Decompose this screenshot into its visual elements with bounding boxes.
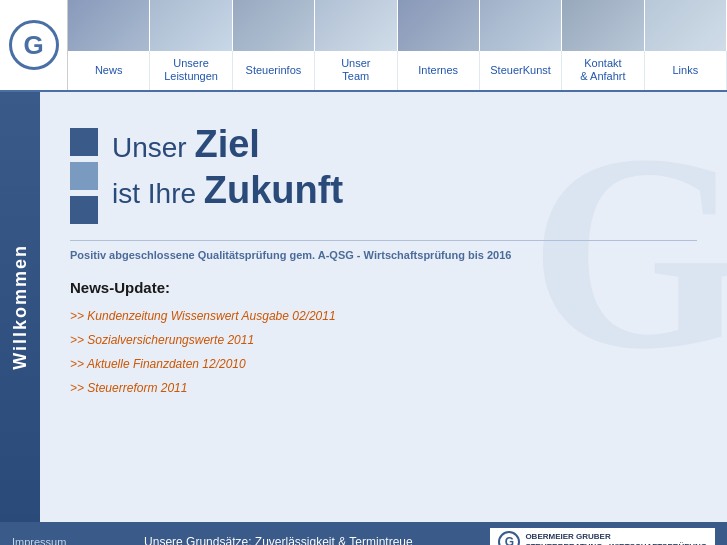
main-wrapper: Willkommen G Unser Ziel ist Ihre Zukunft	[0, 92, 727, 522]
header: G News Unsere Leistungen Steuerinfos Uns…	[0, 0, 727, 92]
nav-item-leistungen[interactable]: Unsere Leistungen	[150, 51, 232, 90]
hero-line1: Unser Ziel	[112, 122, 343, 168]
footer: Impressum Unsere Grundsätze: Zuverlässig…	[0, 522, 727, 545]
list-item: >> Kundenzeitung Wissenswert Ausgabe 02/…	[70, 306, 697, 324]
nav-item-links[interactable]: Links	[645, 51, 727, 90]
nav-img-1	[68, 0, 150, 51]
news-link-1[interactable]: >> Kundenzeitung Wissenswert Ausgabe 02/…	[70, 309, 336, 323]
nav-item-internes[interactable]: Internes	[398, 51, 480, 90]
navigation: News Unsere Leistungen Steuerinfos Unser…	[68, 0, 727, 90]
news-list: >> Kundenzeitung Wissenswert Ausgabe 02/…	[70, 306, 697, 396]
hero-line1-bold: Ziel	[194, 123, 259, 165]
nav-img-7	[562, 0, 644, 51]
nav-img-2	[150, 0, 232, 51]
news-link-2[interactable]: >> Sozialversicherungswerte 2011	[70, 333, 254, 347]
nav-item-kontakt[interactable]: Kontakt & Anfahrt	[562, 51, 644, 90]
list-item: >> Steuerreform 2011	[70, 378, 697, 396]
nav-item-news[interactable]: News	[68, 51, 150, 90]
footer-logo-line1: OBERMEIER GRUBER	[525, 532, 707, 542]
hero-text: Unser Ziel ist Ihre Zukunft	[112, 122, 343, 213]
hero-squares	[70, 122, 98, 224]
nav-img-8	[645, 0, 727, 51]
news-link-3[interactable]: >> Aktuelle Finanzdaten 12/2010	[70, 357, 246, 371]
left-sidebar: Willkommen	[0, 92, 40, 522]
grundsaetze-value: Zuverlässigkeit & Termintreue	[255, 535, 413, 545]
nav-img-6	[480, 0, 562, 51]
footer-logo-letter: G	[505, 535, 514, 545]
footer-logo: G OBERMEIER GRUBER Steuerberatung · Wirt…	[490, 528, 715, 545]
logo-letter: G	[23, 30, 43, 61]
quality-line: Positiv abgeschlossene Qualitätsprüfung …	[70, 240, 697, 261]
grundsaetze-label: Unsere Grundsätze:	[144, 535, 251, 545]
nav-images	[68, 0, 727, 51]
hero-line2-prefix: ist Ihre	[112, 178, 204, 209]
nav-links: News Unsere Leistungen Steuerinfos Unser…	[68, 51, 727, 90]
main-content: G Unser Ziel ist Ihre Zukunft	[40, 92, 727, 522]
logo-circle: G	[9, 20, 59, 70]
nav-img-3	[233, 0, 315, 51]
footer-logo-box: G OBERMEIER GRUBER Steuerberatung · Wirt…	[490, 528, 715, 545]
footer-logo-text: OBERMEIER GRUBER Steuerberatung · Wirtsc…	[525, 532, 707, 545]
nav-item-steuerkunst[interactable]: SteuerKunst	[480, 51, 562, 90]
hero-section: Unser Ziel ist Ihre Zukunft	[70, 112, 697, 224]
logo-area: G	[0, 0, 68, 90]
list-item: >> Sozialversicherungswerte 2011	[70, 330, 697, 348]
nav-img-5	[398, 0, 480, 51]
content-inner: Unser Ziel ist Ihre Zukunft Positiv abge…	[70, 112, 697, 396]
hero-sq-bot	[70, 196, 98, 224]
hero-sq-top	[70, 128, 98, 156]
footer-logo-circle: G	[498, 531, 520, 545]
nav-item-steuerinfos[interactable]: Steuerinfos	[233, 51, 315, 90]
footer-grundsaetze: Unsere Grundsätze: Zuverlässigkeit & Ter…	[66, 535, 490, 545]
hero-line1-prefix: Unser	[112, 132, 194, 163]
sidebar-label: Willkommen	[10, 244, 31, 370]
hero-line2-bold: Zukunft	[204, 169, 343, 211]
nav-item-team[interactable]: Unser Team	[315, 51, 397, 90]
hero-line2: ist Ihre Zukunft	[112, 168, 343, 214]
hero-sq-mid	[70, 162, 98, 190]
news-heading: News-Update:	[70, 279, 697, 296]
news-link-4[interactable]: >> Steuerreform 2011	[70, 381, 187, 395]
list-item: >> Aktuelle Finanzdaten 12/2010	[70, 354, 697, 372]
impressum-link[interactable]: Impressum	[12, 536, 66, 545]
nav-img-4	[315, 0, 397, 51]
